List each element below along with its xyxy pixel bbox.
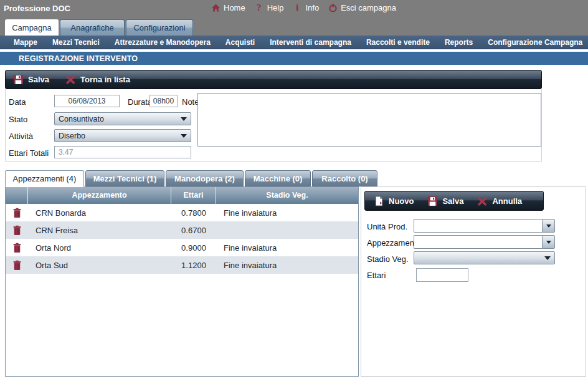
salva-button[interactable]: Salva xyxy=(13,74,49,85)
new-document-icon xyxy=(374,196,384,206)
nav-item-attrezzature-manodopera[interactable]: Attrezzature e Manodopera xyxy=(107,38,218,47)
info-link[interactable]: i Info xyxy=(292,2,319,12)
cell-ettari: 0.7800 xyxy=(171,208,216,218)
save-icon xyxy=(13,74,24,85)
unita-prod-input[interactable] xyxy=(414,219,542,233)
help-link[interactable]: ? Help xyxy=(254,2,284,12)
main-toolbar: Salva Torna in lista xyxy=(5,70,542,89)
salva-detail-button[interactable]: Salva xyxy=(427,196,463,206)
tab-configurazioni[interactable]: Configurazioni xyxy=(126,19,193,36)
ettari-totali-label: Ettari Totali xyxy=(9,148,49,158)
info-link-label: Info xyxy=(305,3,319,12)
nuovo-button[interactable]: Nuovo xyxy=(374,196,414,206)
table-row[interactable]: Orta Sud 1.1200 Fine invaiatura xyxy=(6,256,358,274)
table-row[interactable]: CRN Freisa 0.6700 xyxy=(6,221,358,239)
data-input[interactable] xyxy=(54,95,120,107)
ettari-totali-input xyxy=(54,146,191,158)
exit-campaign-link[interactable]: Esci campagna xyxy=(328,2,396,12)
nav-item-reports[interactable]: Reports xyxy=(437,38,480,47)
note-label: Note xyxy=(182,97,199,107)
cell-ettari: 0.6700 xyxy=(171,226,216,235)
cell-appezzamento: CRN Bonarda xyxy=(28,208,171,218)
main-tab-bar: Campagna Anagrafiche Configurazioni xyxy=(0,17,588,36)
annulla-button[interactable]: Annulla xyxy=(477,196,522,206)
delete-icon[interactable] xyxy=(12,260,22,271)
exit-campaign-label: Esci campagna xyxy=(341,3,396,12)
home-icon xyxy=(211,2,220,12)
attivita-selected-value: Diserbo xyxy=(59,132,181,140)
nav-item-mappe[interactable]: Mappe xyxy=(6,38,45,47)
appezzamento-combo[interactable] xyxy=(414,235,555,249)
torna-in-lista-label: Torna in lista xyxy=(80,75,130,84)
nuovo-button-label: Nuovo xyxy=(389,196,414,206)
info-icon: i xyxy=(292,2,302,12)
chevron-down-icon xyxy=(546,224,551,228)
chevron-down-icon xyxy=(181,134,187,138)
ettari-input[interactable] xyxy=(416,268,468,282)
unita-prod-combo[interactable] xyxy=(414,219,555,233)
campaign-nav-bar: Mappe Mezzi Tecnici Attrezzature e Manod… xyxy=(0,36,588,49)
detail-tab-bar: Appezzamenti (4) Mezzi Tecnici (1) Manod… xyxy=(5,170,377,187)
nav-item-mezzi-tecnici[interactable]: Mezzi Tecnici xyxy=(45,38,107,47)
save-icon xyxy=(427,196,438,206)
torna-in-lista-button[interactable]: Torna in lista xyxy=(65,74,130,85)
tab-appezzamenti[interactable]: Appezzamenti (4) xyxy=(5,170,84,187)
cell-ettari: 0.9000 xyxy=(171,243,216,253)
page-title-bar: REGISTRAZIONE INTERVENTO xyxy=(0,52,588,65)
nav-item-raccolti-vendite[interactable]: Raccolti e vendite xyxy=(359,38,437,47)
close-x-icon xyxy=(65,74,76,85)
stato-select[interactable]: Consuntivato xyxy=(54,112,191,125)
nav-item-interventi-campagna[interactable]: Interventi di campagna xyxy=(262,38,359,47)
cell-appezzamento: Orta Nord xyxy=(28,243,171,253)
durata-input[interactable] xyxy=(149,95,178,107)
power-icon xyxy=(328,2,338,12)
unita-prod-dropdown-button[interactable] xyxy=(542,219,555,233)
note-textarea[interactable] xyxy=(197,93,541,147)
stadio-veg-select[interactable] xyxy=(414,251,555,264)
delete-icon[interactable] xyxy=(12,243,22,253)
intervention-form-panel: Data Durata Note Stato Consuntivato Atti… xyxy=(5,89,542,162)
cell-stadio: Fine invaiatura xyxy=(216,261,358,270)
tab-campagna[interactable]: Campagna xyxy=(5,19,59,36)
home-link-label: Home xyxy=(224,3,245,12)
salva-button-label: Salva xyxy=(28,75,49,84)
col-appezzamento: Appezzamento xyxy=(28,187,171,204)
tab-mezzi-tecnici[interactable]: Mezzi Tecnici (1) xyxy=(85,170,164,186)
delete-icon[interactable] xyxy=(12,225,22,236)
col-delete xyxy=(6,187,28,204)
nav-item-configurazione-campagna[interactable]: Configurazione Campagna xyxy=(480,38,588,47)
cell-appezzamento: CRN Freisa xyxy=(28,226,171,235)
table-row[interactable]: CRN Bonarda 0.7800 Fine invaiatura xyxy=(6,204,358,221)
header-links: Home ? Help i Info Esci campagna xyxy=(211,2,401,12)
salva-detail-label: Salva xyxy=(442,196,463,206)
appezzamenti-table-panel: Appezzamento Ettari Stadio Veg. CRN Bona… xyxy=(5,186,359,377)
editor-toolbar: Nuovo Salva Annulla xyxy=(364,191,544,211)
home-link[interactable]: Home xyxy=(211,2,245,12)
tab-anagrafiche[interactable]: Anagrafiche xyxy=(60,19,125,36)
top-header-bar: Professione DOC Home ? Help i Info Esci … xyxy=(0,0,588,17)
appezzamento-label: Appezzamento xyxy=(367,238,421,248)
attivita-select[interactable]: Diserbo xyxy=(54,129,191,142)
unita-prod-label: Unità Prod. xyxy=(367,222,407,231)
annulla-button-label: Annulla xyxy=(492,196,522,206)
page-title: REGISTRAZIONE INTERVENTO xyxy=(19,54,138,63)
table-row[interactable]: Orta Nord 0.9000 Fine invaiatura xyxy=(6,239,358,256)
col-ettari: Ettari xyxy=(171,187,216,204)
chevron-down-icon xyxy=(546,241,551,244)
tab-macchine[interactable]: Macchine (0) xyxy=(245,170,311,186)
close-x-icon xyxy=(477,196,488,206)
cell-stadio: Fine invaiatura xyxy=(216,208,358,218)
durata-label: Durata xyxy=(128,97,152,107)
appezzamento-editor-panel: Nuovo Salva Annulla Unità Prod. Appezzam… xyxy=(361,186,586,377)
stato-label: Stato xyxy=(9,115,27,124)
cell-appezzamento: Orta Sud xyxy=(28,261,171,270)
data-label: Data xyxy=(9,97,26,107)
delete-icon[interactable] xyxy=(12,208,22,218)
appezzamento-input[interactable] xyxy=(414,235,542,249)
tab-manodopera[interactable]: Manodopera (2) xyxy=(166,170,244,186)
cell-ettari: 1.1200 xyxy=(171,261,216,270)
chevron-down-icon xyxy=(181,117,187,121)
nav-item-acquisti[interactable]: Acquisti xyxy=(218,38,262,47)
tab-raccolto[interactable]: Raccolto (0) xyxy=(312,170,377,186)
appezzamento-dropdown-button[interactable] xyxy=(542,235,555,249)
